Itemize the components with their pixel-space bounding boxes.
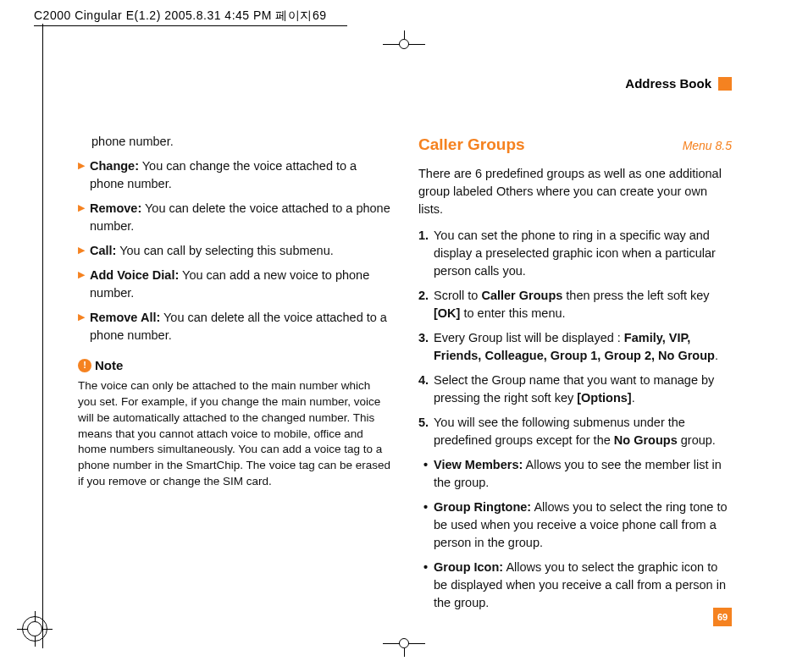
heading-caller-groups: Caller Groups [418, 133, 525, 157]
bullet-add-voice-dial: ▶ Add Voice Dial: You can add a new voic… [78, 267, 391, 302]
bullet-call: ▶ Call: You can call by selecting this s… [78, 242, 391, 260]
orphan-line: phone number. [91, 133, 391, 151]
step-2: 2. Scroll to Caller Groups then press th… [418, 287, 732, 322]
menu-ref: Menu 8.5 [683, 137, 732, 154]
print-header-strip: C2000 Cingular E(1.2) 2005.8.31 4:45 PM … [34, 8, 347, 26]
step-5: 5. You will see the following submenus u… [418, 414, 732, 449]
sub-group-icon: • Group Icon: Allows you to select the g… [423, 559, 732, 612]
bullet-change: ▶ Change: You can change the voice attac… [78, 157, 391, 193]
registration-mark [22, 616, 47, 642]
arrow-icon: ▶ [78, 267, 85, 302]
step-3: 3. Every Group list will be displayed : … [418, 329, 732, 365]
arrow-icon: ▶ [78, 157, 85, 193]
section-tab: Address Book [78, 76, 732, 91]
note-body: The voice can only be attached to the ma… [78, 378, 391, 490]
section-heading: Caller Groups Menu 8.5 [418, 133, 732, 157]
bullet-remove: ▶ Remove: You can delete the voice attac… [78, 200, 391, 235]
crop-edge-line [42, 24, 43, 648]
note-heading: ! Note [78, 356, 391, 375]
crop-mark-top [383, 30, 425, 49]
section-tab-title: Address Book [625, 76, 711, 91]
crop-mark-bottom [383, 638, 425, 657]
note-icon: ! [78, 359, 91, 372]
step-4: 4. Select the Group name that you want t… [418, 372, 732, 407]
arrow-icon: ▶ [78, 309, 85, 344]
arrow-icon: ▶ [78, 200, 85, 235]
page-number-badge: 69 [713, 608, 732, 626]
sub-group-ringtone: • Group Ringtone: Allows you to select t… [423, 498, 732, 552]
note-label: Note [95, 356, 123, 375]
left-column: phone number. ▶ Change: You can change t… [78, 133, 391, 619]
sub-view-members: • View Members: Allows you to see the me… [423, 456, 732, 492]
right-column: Caller Groups Menu 8.5 There are 6 prede… [418, 133, 732, 619]
page-body: Address Book phone number. ▶ Change: You… [44, 76, 766, 621]
section-tab-marker [718, 77, 732, 91]
arrow-icon: ▶ [78, 242, 85, 260]
step-1: 1. You can set the phone to ring in a sp… [418, 227, 732, 280]
bullet-remove-all: ▶ Remove All: You can delete all the voi… [78, 309, 391, 344]
intro-text: There are 6 predefined groups as well as… [418, 165, 732, 218]
